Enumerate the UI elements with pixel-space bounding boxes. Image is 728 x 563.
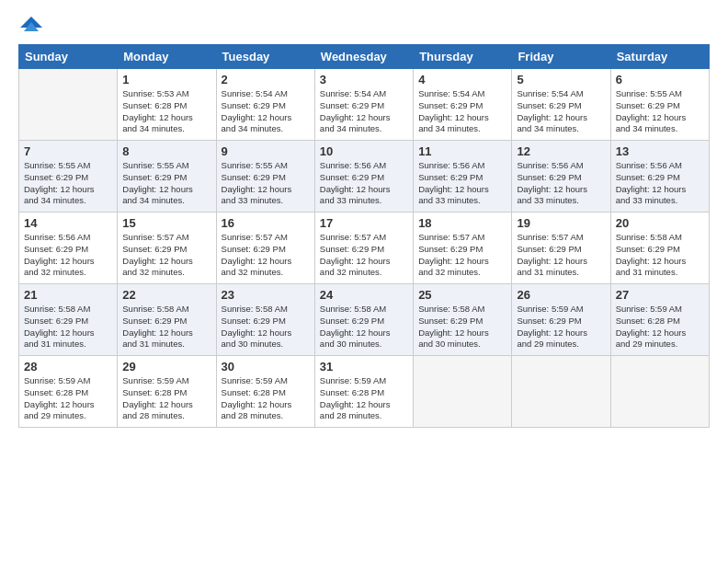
day-info: Sunrise: 5:56 AM Sunset: 6:29 PM Dayligh… xyxy=(24,232,112,279)
header-saturday: Saturday xyxy=(610,45,709,69)
header-wednesday: Wednesday xyxy=(314,45,413,69)
calendar-cell: 30Sunrise: 5:59 AM Sunset: 6:28 PM Dayli… xyxy=(216,356,314,428)
day-info: Sunrise: 5:54 AM Sunset: 6:29 PM Dayligh… xyxy=(517,88,605,135)
logo-icon xyxy=(20,13,42,35)
calendar-cell: 28Sunrise: 5:59 AM Sunset: 6:28 PM Dayli… xyxy=(19,356,118,428)
day-number: 16 xyxy=(222,216,310,230)
header xyxy=(18,15,710,35)
calendar-week-row: 14Sunrise: 5:56 AM Sunset: 6:29 PM Dayli… xyxy=(19,213,710,284)
day-number: 25 xyxy=(418,288,506,302)
calendar-cell xyxy=(414,356,512,428)
calendar-cell xyxy=(19,69,118,141)
day-info: Sunrise: 5:58 AM Sunset: 6:29 PM Dayligh… xyxy=(222,304,310,350)
calendar-cell: 12Sunrise: 5:56 AM Sunset: 6:29 PM Dayli… xyxy=(512,141,610,213)
calendar-cell: 8Sunrise: 5:55 AM Sunset: 6:29 PM Daylig… xyxy=(118,141,216,213)
calendar-cell: 29Sunrise: 5:59 AM Sunset: 6:28 PM Dayli… xyxy=(118,356,216,428)
calendar-cell: 6Sunrise: 5:55 AM Sunset: 6:29 PM Daylig… xyxy=(610,69,709,141)
day-number: 31 xyxy=(320,360,408,373)
calendar-week-row: 1Sunrise: 5:53 AM Sunset: 6:28 PM Daylig… xyxy=(19,69,710,141)
calendar-cell: 19Sunrise: 5:57 AM Sunset: 6:29 PM Dayli… xyxy=(512,213,610,284)
calendar-cell: 25Sunrise: 5:58 AM Sunset: 6:29 PM Dayli… xyxy=(414,284,512,356)
header-thursday: Thursday xyxy=(414,45,512,69)
day-info: Sunrise: 5:56 AM Sunset: 6:29 PM Dayligh… xyxy=(320,160,408,207)
day-info: Sunrise: 5:55 AM Sunset: 6:29 PM Dayligh… xyxy=(616,88,704,135)
day-number: 21 xyxy=(24,288,112,302)
day-number: 5 xyxy=(517,73,605,86)
calendar-cell: 23Sunrise: 5:58 AM Sunset: 6:29 PM Dayli… xyxy=(216,284,314,356)
day-info: Sunrise: 5:59 AM Sunset: 6:28 PM Dayligh… xyxy=(222,375,310,422)
calendar-cell: 27Sunrise: 5:59 AM Sunset: 6:28 PM Dayli… xyxy=(610,284,709,356)
calendar-cell: 16Sunrise: 5:57 AM Sunset: 6:29 PM Dayli… xyxy=(216,213,314,284)
day-info: Sunrise: 5:59 AM Sunset: 6:28 PM Dayligh… xyxy=(24,375,112,422)
day-info: Sunrise: 5:54 AM Sunset: 6:29 PM Dayligh… xyxy=(320,88,408,135)
day-number: 18 xyxy=(418,216,506,230)
day-info: Sunrise: 5:55 AM Sunset: 6:29 PM Dayligh… xyxy=(24,160,112,207)
day-number: 8 xyxy=(122,144,210,158)
calendar-week-row: 7Sunrise: 5:55 AM Sunset: 6:29 PM Daylig… xyxy=(19,141,710,213)
calendar-table: SundayMondayTuesdayWednesdayThursdayFrid… xyxy=(18,44,710,428)
day-info: Sunrise: 5:59 AM Sunset: 6:29 PM Dayligh… xyxy=(517,304,605,350)
calendar-cell: 3Sunrise: 5:54 AM Sunset: 6:29 PM Daylig… xyxy=(314,69,413,141)
calendar-cell xyxy=(512,356,610,428)
day-number: 22 xyxy=(122,288,210,302)
day-info: Sunrise: 5:58 AM Sunset: 6:29 PM Dayligh… xyxy=(616,232,704,279)
header-sunday: Sunday xyxy=(19,45,118,69)
day-info: Sunrise: 5:57 AM Sunset: 6:29 PM Dayligh… xyxy=(320,232,408,279)
logo xyxy=(18,15,42,35)
calendar-cell: 31Sunrise: 5:59 AM Sunset: 6:28 PM Dayli… xyxy=(314,356,413,428)
calendar-cell: 22Sunrise: 5:58 AM Sunset: 6:29 PM Dayli… xyxy=(118,284,216,356)
calendar-header-row: SundayMondayTuesdayWednesdayThursdayFrid… xyxy=(19,45,710,69)
calendar-cell: 14Sunrise: 5:56 AM Sunset: 6:29 PM Dayli… xyxy=(19,213,118,284)
day-number: 6 xyxy=(616,73,704,86)
day-info: Sunrise: 5:58 AM Sunset: 6:29 PM Dayligh… xyxy=(122,304,210,350)
day-number: 19 xyxy=(517,216,605,230)
day-info: Sunrise: 5:56 AM Sunset: 6:29 PM Dayligh… xyxy=(616,160,704,207)
calendar-cell: 5Sunrise: 5:54 AM Sunset: 6:29 PM Daylig… xyxy=(512,69,610,141)
day-number: 23 xyxy=(222,288,310,302)
day-number: 17 xyxy=(320,216,408,230)
day-info: Sunrise: 5:59 AM Sunset: 6:28 PM Dayligh… xyxy=(320,375,408,422)
header-tuesday: Tuesday xyxy=(216,45,314,69)
calendar-cell: 17Sunrise: 5:57 AM Sunset: 6:29 PM Dayli… xyxy=(314,213,413,284)
calendar-cell: 21Sunrise: 5:58 AM Sunset: 6:29 PM Dayli… xyxy=(19,284,118,356)
calendar-cell: 4Sunrise: 5:54 AM Sunset: 6:29 PM Daylig… xyxy=(414,69,512,141)
day-number: 10 xyxy=(320,144,408,158)
day-info: Sunrise: 5:57 AM Sunset: 6:29 PM Dayligh… xyxy=(517,232,605,279)
day-info: Sunrise: 5:57 AM Sunset: 6:29 PM Dayligh… xyxy=(418,232,506,279)
calendar-cell: 18Sunrise: 5:57 AM Sunset: 6:29 PM Dayli… xyxy=(414,213,512,284)
calendar-week-row: 28Sunrise: 5:59 AM Sunset: 6:28 PM Dayli… xyxy=(19,356,710,428)
day-number: 29 xyxy=(122,360,210,373)
day-number: 4 xyxy=(418,73,506,86)
day-info: Sunrise: 5:54 AM Sunset: 6:29 PM Dayligh… xyxy=(222,88,310,135)
calendar-cell xyxy=(610,356,709,428)
calendar-cell: 7Sunrise: 5:55 AM Sunset: 6:29 PM Daylig… xyxy=(19,141,118,213)
day-number: 26 xyxy=(517,288,605,302)
day-info: Sunrise: 5:53 AM Sunset: 6:28 PM Dayligh… xyxy=(122,88,210,135)
day-info: Sunrise: 5:57 AM Sunset: 6:29 PM Dayligh… xyxy=(222,232,310,279)
day-info: Sunrise: 5:59 AM Sunset: 6:28 PM Dayligh… xyxy=(122,375,210,422)
day-number: 12 xyxy=(517,144,605,158)
day-number: 11 xyxy=(418,144,506,158)
calendar-cell: 26Sunrise: 5:59 AM Sunset: 6:29 PM Dayli… xyxy=(512,284,610,356)
calendar-cell: 2Sunrise: 5:54 AM Sunset: 6:29 PM Daylig… xyxy=(216,69,314,141)
header-monday: Monday xyxy=(118,45,216,69)
calendar-cell: 15Sunrise: 5:57 AM Sunset: 6:29 PM Dayli… xyxy=(118,213,216,284)
day-number: 2 xyxy=(222,73,310,86)
calendar-cell: 24Sunrise: 5:58 AM Sunset: 6:29 PM Dayli… xyxy=(314,284,413,356)
calendar-cell: 20Sunrise: 5:58 AM Sunset: 6:29 PM Dayli… xyxy=(610,213,709,284)
calendar-cell: 1Sunrise: 5:53 AM Sunset: 6:28 PM Daylig… xyxy=(118,69,216,141)
day-number: 28 xyxy=(24,360,112,373)
day-number: 13 xyxy=(616,144,704,158)
calendar-cell: 11Sunrise: 5:56 AM Sunset: 6:29 PM Dayli… xyxy=(414,141,512,213)
day-info: Sunrise: 5:58 AM Sunset: 6:29 PM Dayligh… xyxy=(24,304,112,350)
day-number: 7 xyxy=(24,144,112,158)
day-info: Sunrise: 5:55 AM Sunset: 6:29 PM Dayligh… xyxy=(222,160,310,207)
day-info: Sunrise: 5:57 AM Sunset: 6:29 PM Dayligh… xyxy=(122,232,210,279)
calendar-cell: 9Sunrise: 5:55 AM Sunset: 6:29 PM Daylig… xyxy=(216,141,314,213)
day-info: Sunrise: 5:56 AM Sunset: 6:29 PM Dayligh… xyxy=(517,160,605,207)
day-number: 15 xyxy=(122,216,210,230)
day-number: 27 xyxy=(616,288,704,302)
day-number: 14 xyxy=(24,216,112,230)
day-number: 20 xyxy=(616,216,704,230)
header-friday: Friday xyxy=(512,45,610,69)
